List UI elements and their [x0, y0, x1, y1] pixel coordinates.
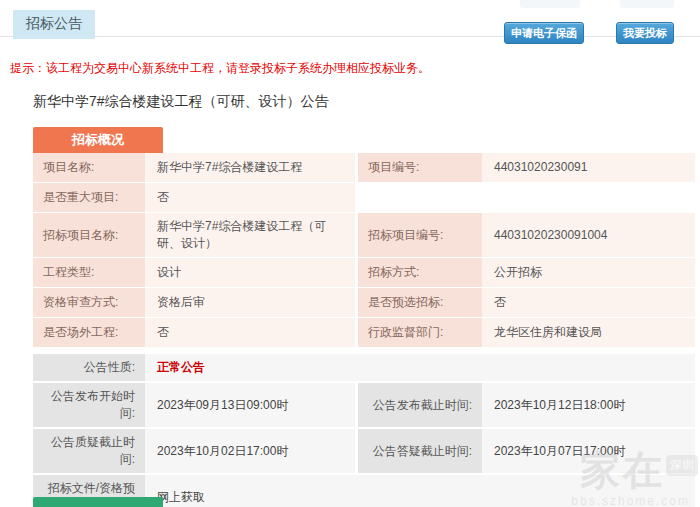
- cropped-ghost-element: [620, 0, 674, 8]
- cropped-ghost-element: [520, 0, 580, 8]
- field-value: 否: [145, 183, 355, 212]
- page-title: 新华中学7#综合楼建设工程（可研、设计）公告: [33, 93, 329, 111]
- header-divider: [0, 36, 700, 37]
- field-label: 是否重大项目:: [33, 183, 145, 212]
- overview-table: 项目名称:新华中学7#综合楼建设工程项目编号:44031020230091是否重…: [33, 153, 695, 348]
- field-value: 2023年10月12日18:00时: [482, 383, 695, 427]
- table-row: 公告质疑截止时间:2023年10月02日17:00时公告答疑截止时间:2023年…: [33, 429, 695, 473]
- table-row: 是否场外工程:否行政监督部门:龙华区住房和建设局: [33, 318, 695, 347]
- field-label: 公告发布截止时间:: [358, 383, 482, 427]
- field-label: 行政监督部门:: [358, 318, 482, 347]
- field-label: 招标项目名称:: [33, 213, 145, 257]
- field-value: 44031020230091: [482, 153, 695, 182]
- table-row: 招标项目名称:新华中学7#综合楼建设工程（可研、设计）招标项目编号:440310…: [33, 213, 695, 257]
- field-value: 资格后审: [145, 288, 355, 317]
- section-header-overview: 招标概况: [33, 127, 163, 153]
- table-row: 工程类型:设计招标方式:公开招标: [33, 258, 695, 287]
- field-label: 工程类型:: [33, 258, 145, 287]
- field-value: 2023年10月07日17:00时: [482, 429, 695, 473]
- system-hint-text: 提示：该工程为交易中心新系统中工程，请登录投标子系统办理相应投标业务。: [10, 60, 430, 77]
- field-label: 项目名称:: [33, 153, 145, 182]
- field-value: 新华中学7#综合楼建设工程: [145, 153, 355, 182]
- field-value: 否: [482, 288, 695, 317]
- apply-e-guarantee-button[interactable]: 申请电子保函: [504, 22, 584, 44]
- field-value: 正常公告: [145, 354, 695, 381]
- field-label: 公告性质:: [33, 354, 145, 381]
- field-value: 新华中学7#综合楼建设工程（可研、设计）: [145, 213, 355, 257]
- table-row: 资格审查方式:资格后审是否预选招标:否: [33, 288, 695, 317]
- field-value: 网上获取: [145, 475, 695, 507]
- field-value: 设计: [145, 258, 355, 287]
- field-label: 招标项目编号:: [358, 213, 482, 257]
- field-value: 龙华区住房和建设局: [482, 318, 695, 347]
- field-label: 资格审查方式:: [33, 288, 145, 317]
- field-value: 44031020230091004: [482, 213, 695, 257]
- field-label: 是否预选招标:: [358, 288, 482, 317]
- notice-table: 公告性质:正常公告公告发布开始时间:2023年09月13日09:00时公告发布截…: [33, 354, 695, 507]
- field-label: 招标方式:: [358, 258, 482, 287]
- field-label: 项目编号:: [358, 153, 482, 182]
- table-row: 公告发布开始时间:2023年09月13日09:00时公告发布截止时间:2023年…: [33, 383, 695, 427]
- table-row: 项目名称:新华中学7#综合楼建设工程项目编号:44031020230091: [33, 153, 695, 182]
- empty-cell: [355, 183, 695, 212]
- field-value: 2023年09月13日09:00时: [145, 383, 355, 427]
- i-want-to-bid-button[interactable]: 我要投标: [616, 22, 674, 44]
- table-row: 公告性质:正常公告: [33, 354, 695, 381]
- field-value: 2023年10月02日17:00时: [145, 429, 355, 473]
- field-label: 公告答疑截止时间:: [358, 429, 482, 473]
- field-label: 公告发布开始时间:: [33, 383, 145, 427]
- next-section-header-bar-partial: [33, 497, 163, 507]
- field-label: 是否场外工程:: [33, 318, 145, 347]
- tab-bidding-announcement[interactable]: 招标公告: [13, 10, 95, 39]
- field-label: 公告质疑截止时间:: [33, 429, 145, 473]
- field-value: 公开招标: [482, 258, 695, 287]
- table-row: 是否重大项目:否: [33, 183, 695, 212]
- field-value: 否: [145, 318, 355, 347]
